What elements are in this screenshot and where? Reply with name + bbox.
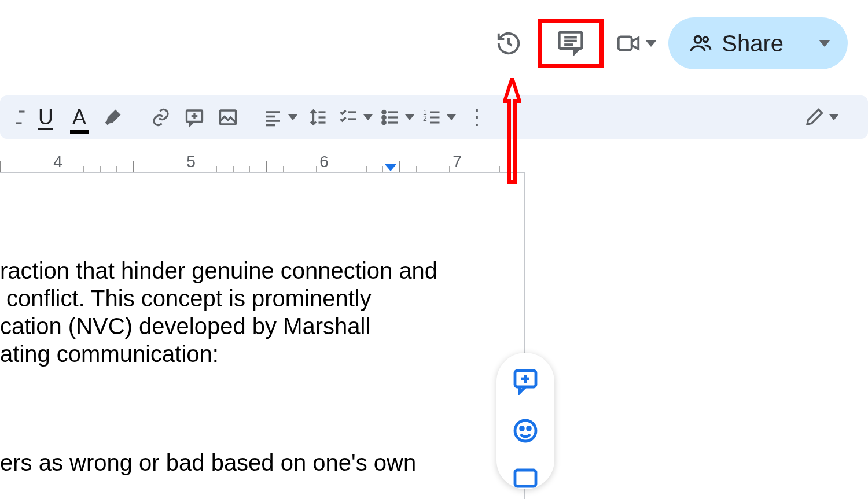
text-color-button[interactable]: A bbox=[62, 103, 96, 132]
editing-mode-button[interactable] bbox=[800, 107, 842, 128]
add-comment-icon bbox=[512, 367, 539, 395]
comment-history-button[interactable] bbox=[556, 27, 586, 60]
ruler-label: 6 bbox=[319, 153, 329, 171]
highlight-color-button[interactable] bbox=[96, 103, 130, 132]
toolbar-divider bbox=[252, 105, 252, 130]
italic-button[interactable] bbox=[12, 103, 29, 132]
ruler-label: 5 bbox=[186, 153, 196, 171]
formatting-toolbar: U A bbox=[0, 95, 868, 139]
more-options-button[interactable]: ⋮ bbox=[459, 103, 493, 132]
chevron-down-icon bbox=[645, 40, 657, 47]
video-call-button[interactable] bbox=[615, 30, 657, 57]
svg-point-41 bbox=[521, 427, 524, 430]
document-text-line: raction that hinder genuine connection a… bbox=[0, 257, 524, 284]
chevron-down-icon bbox=[288, 114, 297, 120]
align-button[interactable] bbox=[259, 107, 301, 128]
chevron-down-icon bbox=[829, 114, 838, 120]
add-comment-button[interactable] bbox=[178, 103, 211, 132]
video-icon bbox=[615, 30, 642, 57]
toolbar-divider bbox=[137, 105, 137, 130]
share-dropdown-button[interactable] bbox=[801, 17, 848, 69]
horizontal-ruler[interactable]: 4 5 6 7 bbox=[0, 149, 868, 172]
insert-image-button[interactable] bbox=[211, 103, 245, 132]
suggest-icon bbox=[512, 467, 539, 494]
margin-marker-icon[interactable] bbox=[384, 162, 398, 172]
history-icon bbox=[495, 30, 522, 57]
line-spacing-icon bbox=[307, 107, 328, 128]
svg-rect-4 bbox=[619, 37, 632, 50]
svg-point-27 bbox=[382, 121, 385, 124]
annotation-arrow bbox=[503, 78, 521, 188]
insert-link-button[interactable] bbox=[144, 103, 178, 132]
emoji-icon bbox=[512, 417, 539, 445]
share-button-group: Share bbox=[668, 17, 848, 69]
top-action-bar: Share bbox=[491, 17, 848, 69]
chevron-down-icon bbox=[447, 114, 456, 120]
add-comment-floating-button[interactable] bbox=[511, 367, 540, 395]
document-text-line: cation (NVC) developed by Marshall bbox=[0, 312, 524, 340]
comment-icon bbox=[556, 27, 586, 57]
document-text-line: ating communication: bbox=[0, 340, 524, 368]
suggest-edits-button[interactable] bbox=[511, 466, 540, 495]
pencil-icon bbox=[804, 107, 825, 128]
svg-point-6 bbox=[694, 36, 701, 43]
align-left-icon bbox=[263, 107, 284, 128]
svg-point-42 bbox=[528, 427, 531, 430]
svg-marker-8 bbox=[505, 78, 520, 182]
checklist-icon bbox=[338, 107, 359, 128]
chevron-down-icon bbox=[363, 114, 373, 120]
people-icon bbox=[689, 32, 712, 55]
ruler-label: 4 bbox=[53, 153, 62, 171]
toolbar-right-group bbox=[800, 105, 856, 130]
document-text-line: conflict. This concept is prominently bbox=[0, 284, 524, 312]
svg-rect-43 bbox=[515, 470, 536, 486]
numbered-list-icon: 12 bbox=[421, 107, 442, 128]
bullet-list-icon bbox=[380, 107, 400, 128]
svg-point-25 bbox=[382, 110, 385, 113]
chevron-down-icon bbox=[405, 114, 414, 120]
checklist-button[interactable] bbox=[334, 107, 376, 128]
underline-button[interactable]: U bbox=[29, 103, 62, 132]
share-label: Share bbox=[722, 31, 784, 57]
text-color-icon: A bbox=[72, 105, 86, 130]
more-vertical-icon: ⋮ bbox=[466, 105, 486, 130]
highlighted-annotation-box bbox=[538, 19, 604, 68]
numbered-list-button[interactable]: 12 bbox=[418, 107, 459, 128]
document-page[interactable]: raction that hinder genuine connection a… bbox=[0, 172, 525, 499]
italic-icon bbox=[12, 107, 29, 128]
floating-action-pill bbox=[496, 353, 554, 489]
ruler-label: 7 bbox=[453, 153, 462, 171]
svg-point-7 bbox=[703, 37, 708, 42]
svg-marker-36 bbox=[385, 164, 396, 171]
svg-point-26 bbox=[382, 116, 385, 119]
link-icon bbox=[150, 107, 171, 128]
toolbar-left-group: U A bbox=[12, 103, 493, 132]
version-history-button[interactable] bbox=[491, 26, 526, 61]
add-comment-icon bbox=[184, 107, 205, 128]
emoji-reaction-button[interactable] bbox=[511, 416, 540, 445]
svg-text:2: 2 bbox=[423, 114, 427, 123]
highlighter-icon bbox=[102, 107, 123, 128]
chevron-down-icon bbox=[819, 40, 830, 47]
svg-marker-5 bbox=[632, 38, 639, 49]
bulleted-list-button[interactable] bbox=[376, 107, 418, 128]
document-text-line: ers as wrong or bad based on one's own bbox=[0, 449, 524, 476]
image-icon bbox=[218, 107, 238, 128]
line-spacing-button[interactable] bbox=[301, 103, 334, 132]
share-button[interactable]: Share bbox=[668, 31, 801, 57]
toolbar-divider bbox=[849, 105, 849, 130]
svg-point-40 bbox=[515, 420, 536, 441]
underline-icon: U bbox=[38, 105, 53, 130]
